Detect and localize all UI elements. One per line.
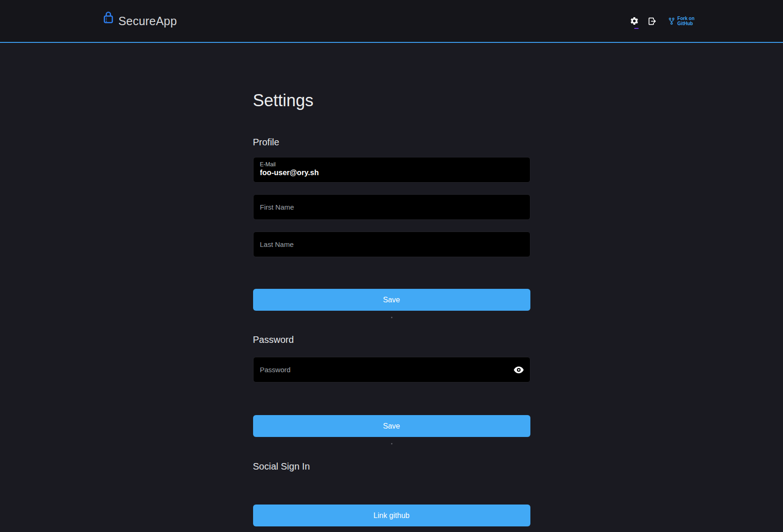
lock-icon: [103, 11, 113, 26]
password-section-heading: Password: [253, 334, 530, 345]
link-github-button[interactable]: Link github: [253, 505, 530, 526]
profile-save-button[interactable]: Save: [253, 289, 530, 311]
fork-on-github-link[interactable]: Fork on GitHub: [668, 16, 694, 26]
first-name-input[interactable]: [253, 194, 530, 220]
email-field-label: E-Mail: [260, 161, 523, 168]
logout-button[interactable]: [647, 16, 657, 26]
password-field: [253, 357, 530, 382]
hidden-node-dot: [391, 443, 392, 444]
eye-icon: [514, 366, 524, 374]
app-header: SecureApp Fork on GitHub: [0, 0, 783, 43]
page-title: Settings: [253, 91, 530, 110]
focus-underline: [634, 28, 639, 29]
header-actions: Fork on GitHub: [630, 16, 694, 26]
fork-link-text: Fork on GitHub: [677, 16, 694, 26]
git-fork-icon: [668, 17, 675, 25]
email-input[interactable]: [260, 168, 523, 177]
password-save-button[interactable]: Save: [253, 415, 530, 437]
settings-gear-button[interactable]: [630, 16, 639, 26]
logout-icon: [647, 16, 657, 26]
settings-page: Settings Profile E-Mail Save Password Sa…: [253, 43, 530, 526]
social-section-heading: Social Sign In: [253, 461, 530, 472]
gear-icon: [630, 16, 639, 26]
password-input[interactable]: [253, 357, 530, 382]
toggle-password-visibility-button[interactable]: [514, 366, 524, 374]
email-field[interactable]: E-Mail: [253, 157, 530, 183]
brand: SecureApp: [103, 14, 177, 28]
profile-section-heading: Profile: [253, 136, 530, 148]
last-name-input[interactable]: [253, 232, 530, 257]
app-title: SecureApp: [118, 14, 177, 28]
hidden-node-dot: [391, 317, 392, 318]
